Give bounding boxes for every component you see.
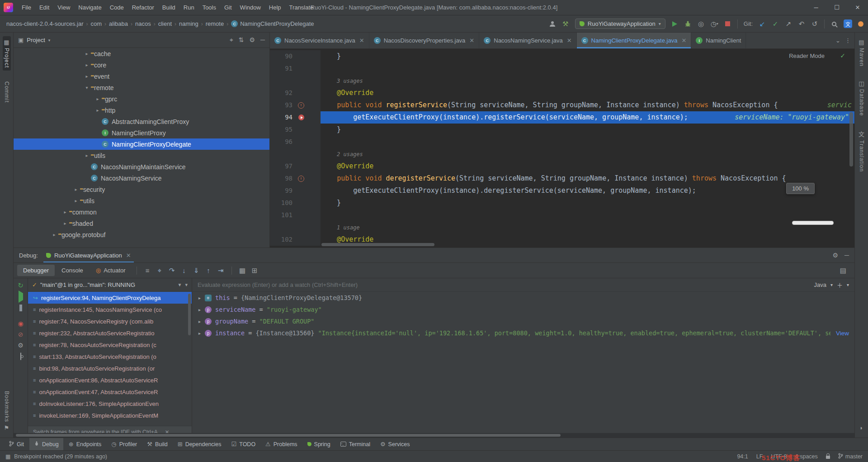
code-line[interactable]: 97 @Override (270, 160, 854, 172)
grid-icon[interactable]: ⊞ (249, 267, 260, 275)
debug-icon[interactable] (684, 20, 692, 27)
rerun-icon[interactable]: ↻ (18, 282, 24, 289)
stack-frame[interactable]: ≡bind:98, AbstractAutoServiceRegistratio… (28, 362, 192, 374)
gutter-marker[interactable] (295, 136, 307, 148)
indent-setting[interactable]: 4 spaces (795, 453, 818, 460)
chevron-right-icon[interactable]: ▸ (198, 295, 205, 300)
stripe-button-database[interactable]: ◫ Database (858, 77, 866, 119)
gutter-marker[interactable] (295, 221, 307, 233)
gutter[interactable]: 95 (270, 124, 321, 136)
gutter[interactable]: 90 (270, 50, 321, 62)
breadcrumb-item[interactable]: alibaba (109, 20, 128, 27)
gutter-marker[interactable] (295, 50, 307, 62)
breakpoint-icon[interactable] (298, 114, 304, 120)
hidden-tabs-icon[interactable]: ⌄ (835, 37, 840, 44)
tool-tab-profiler[interactable]: ◷Profiler (107, 438, 142, 450)
stack-frame[interactable]: ≡onApplicationEvent:47, AbstractAutoServ… (28, 386, 192, 398)
gutter[interactable] (270, 221, 321, 233)
gutter[interactable]: 98↑ (270, 172, 321, 185)
code-line-body[interactable]: 1 usage (321, 221, 854, 233)
notifications-icon[interactable] (858, 21, 863, 27)
stack-frame[interactable]: ≡invokeListener:169, SimpleApplicationEv… (28, 410, 192, 421)
chevron-down-icon[interactable]: ▾ (847, 282, 849, 287)
code-line-body[interactable]: getExecuteClientProxy(instance).register… (321, 111, 854, 124)
chevron-down-icon[interactable]: ▾ (48, 38, 51, 43)
vertical-scrollbar[interactable] (849, 112, 853, 167)
code-line-body[interactable]: getExecuteClientProxy(instance).deregist… (321, 185, 854, 197)
stack-frame[interactable]: ≡registerInstance:145, NacosNamingServic… (28, 304, 192, 315)
rollback-icon[interactable]: ↶ (798, 20, 805, 28)
tree-item-event[interactable]: ▸event (14, 71, 269, 82)
code-line-body[interactable]: 2 usages (321, 148, 854, 160)
gutter[interactable]: 99 (270, 185, 321, 197)
code-line[interactable]: 1 usage (270, 221, 854, 233)
breadcrumb-item[interactable]: remote (206, 20, 224, 27)
run-icon[interactable] (671, 21, 679, 27)
override-marker-icon[interactable]: ↑ (298, 102, 304, 109)
gutter-marker[interactable] (295, 62, 307, 75)
tree-item-http[interactable]: ▸http (14, 105, 269, 116)
push-icon[interactable]: ↗ (785, 20, 792, 28)
stripe-button-maven[interactable]: ▤ Maven (858, 36, 866, 69)
hide-panel-icon[interactable]: ─ (844, 252, 849, 259)
code-line[interactable]: 100 } (270, 197, 854, 209)
tree-item-cache[interactable]: ▸cache (14, 48, 269, 59)
code-line-body[interactable]: @Override (321, 87, 854, 99)
translate-icon[interactable]: 文 (844, 19, 852, 28)
tree-expand-icon[interactable]: ▸ (83, 51, 91, 56)
mute-breakpoints-icon[interactable]: ⊘ (18, 331, 24, 338)
step-out-icon[interactable]: ↑ (203, 267, 214, 274)
editor-tab-NacosServiceInstance.java[interactable]: CNacosServiceInstance.java✕ (270, 33, 369, 48)
chevron-right-icon[interactable]: ▸ (198, 319, 205, 324)
code-line[interactable]: 92 @Override (270, 87, 854, 99)
window-icon[interactable]: ▦ (5, 453, 10, 460)
filter-icon[interactable]: ▼ (178, 282, 182, 287)
search-icon[interactable] (830, 22, 838, 26)
tool-tab-todo[interactable]: ☑TODO (227, 438, 260, 450)
gutter[interactable]: 92 (270, 87, 321, 99)
editor-tab-NacosDiscoveryProperties.java[interactable]: CNacosDiscoveryProperties.java✕ (369, 33, 480, 48)
tree-item-gprc[interactable]: ▸gprc (14, 93, 269, 105)
user-icon[interactable] (549, 20, 556, 28)
stack-frame[interactable]: ≡doInvokeListener:176, SimpleApplication… (28, 398, 192, 410)
settings-gear-icon[interactable]: ⚙ (833, 252, 839, 259)
gutter[interactable]: 94 (270, 111, 321, 124)
stop-icon[interactable] (724, 21, 731, 26)
gutter-marker[interactable] (295, 111, 307, 124)
line-ending[interactable]: LF (756, 453, 763, 460)
tree-item-shaded[interactable]: ▸shaded (14, 218, 269, 229)
stripe-button-bookmarks[interactable]: Bookmarks ⚑ (3, 388, 11, 434)
breadcrumb-item[interactable]: CNamingClientProxyDelegate (231, 20, 314, 27)
lock-icon[interactable] (826, 456, 830, 459)
stripe-button-project[interactable]: ▦ Project (3, 36, 11, 71)
menu-translate[interactable]: Translate (285, 0, 318, 15)
code-line-body[interactable] (321, 136, 854, 148)
gutter-marker[interactable] (295, 160, 307, 172)
tree-expand-icon[interactable]: ▸ (83, 153, 91, 158)
tree-expand-icon[interactable]: ▸ (61, 221, 69, 226)
threads-selector[interactable]: ✓ "main"@1 in gro..."main": RUNNING ▼ ▾ (28, 278, 192, 292)
gutter[interactable]: 97 (270, 160, 321, 172)
variable-row[interactable]: ▸pinstance = {Instance@13560} "Instance{… (192, 327, 854, 339)
usages-inlay[interactable]: 3 usages (321, 78, 363, 84)
tree-expand-icon[interactable]: ▸ (61, 210, 69, 214)
view-link[interactable]: View (830, 330, 849, 337)
tree-item-core[interactable]: ▸core (14, 59, 269, 71)
inspections-ok-icon[interactable]: ✓ (840, 52, 845, 59)
code-line-body[interactable]: } (321, 50, 854, 62)
stripe-button-commit[interactable]: Commit (3, 79, 11, 105)
tree-item-utils[interactable]: ▸utils (14, 195, 269, 206)
maximize-button[interactable]: ☐ (826, 0, 847, 15)
close-icon[interactable]: ✕ (469, 37, 474, 44)
tree-expand-icon[interactable]: ▸ (72, 187, 80, 192)
gutter[interactable] (270, 148, 321, 160)
code-line[interactable]: 3 usages (270, 75, 854, 87)
tree-item-NacosNamingService[interactable]: CNacosNamingService (14, 172, 269, 184)
editor-tab-NacosNamingService.java[interactable]: CNacosNamingService.java✕ (479, 33, 576, 48)
git-branch-widget[interactable]: master (838, 453, 863, 460)
override-marker-icon[interactable]: ↑ (298, 176, 304, 182)
close-icon[interactable]: ✕ (681, 37, 686, 44)
pause-icon[interactable] (19, 305, 22, 311)
gutter[interactable]: 91 (270, 62, 321, 75)
tree-item-common[interactable]: ▸common (14, 206, 269, 218)
